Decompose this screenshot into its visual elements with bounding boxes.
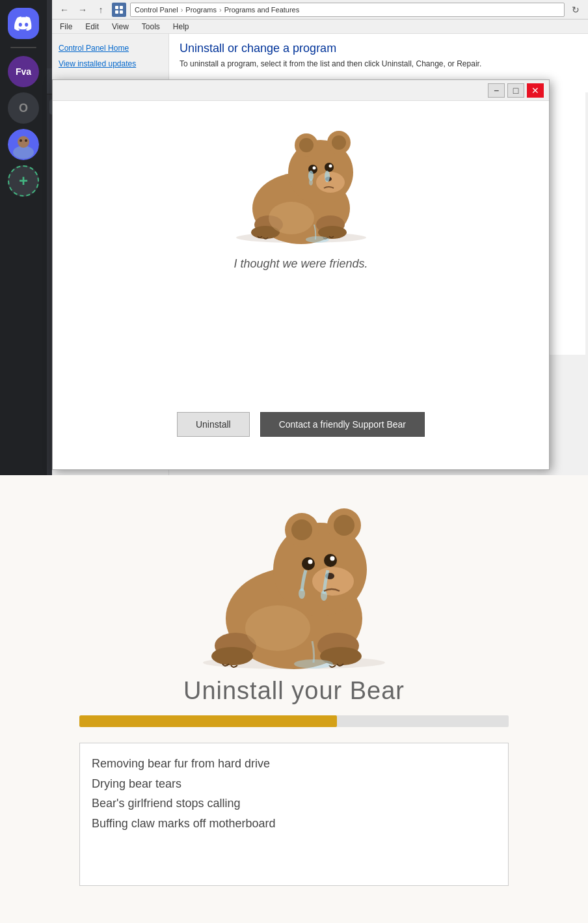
address-bar[interactable]: Control Panel › Programs › Programs and … <box>130 3 565 17</box>
cp-description: To uninstall a program, select it from t… <box>180 59 578 68</box>
svg-point-37 <box>334 515 354 536</box>
svg-rect-8 <box>120 10 123 14</box>
svg-point-3 <box>20 139 22 142</box>
up-button[interactable]: ↑ <box>94 3 108 17</box>
progress-bar-container <box>79 715 509 727</box>
refresh-button[interactable]: ↻ <box>568 3 583 17</box>
svg-point-35 <box>291 519 312 540</box>
svg-point-47 <box>211 647 253 665</box>
svg-point-38 <box>312 567 354 596</box>
uninstall-button[interactable]: Uninstall <box>177 412 250 437</box>
support-bear-button[interactable]: Contact a friendly Support Bear <box>260 412 425 437</box>
back-button[interactable]: ← <box>57 3 72 17</box>
svg-point-19 <box>312 167 315 170</box>
cp-title: Uninstall or change a program <box>180 42 578 55</box>
svg-point-50 <box>245 605 310 651</box>
sidebar-server-fva[interactable]: Fva <box>8 56 39 87</box>
cp-updates-link[interactable]: View installed updates <box>57 57 163 70</box>
svg-point-29 <box>269 202 314 234</box>
discord-home-icon[interactable] <box>8 8 39 39</box>
modal-message: I thought we were friends. <box>234 257 368 271</box>
modal-maximize-button[interactable]: □ <box>507 83 524 98</box>
breadcrumb-cp: Control Panel <box>135 6 178 14</box>
modal-bear-image <box>210 114 392 244</box>
menu-edit[interactable]: Edit <box>83 21 101 33</box>
forward-button[interactable]: → <box>75 3 90 17</box>
svg-point-16 <box>316 172 345 193</box>
uninstall-title: Uninstall your Bear <box>183 677 405 705</box>
menu-bar: File Edit View Tools Help <box>52 20 588 34</box>
log-line-0: Removing bear fur from hard drive <box>92 754 496 774</box>
uninstall-page: Uninstall your Bear Removing bear fur fr… <box>0 475 588 923</box>
cp-icon <box>112 3 126 17</box>
svg-point-13 <box>299 138 314 152</box>
windows-titlebar: ← → ↑ Control Panel › Programs › Program… <box>52 0 588 20</box>
modal-body: I thought we were friends. Uninstall Con… <box>53 101 549 469</box>
log-line-3: Buffing claw marks off motherboard <box>92 814 496 834</box>
uninstall-log: Removing bear fur from hard drive Drying… <box>79 743 509 886</box>
svg-point-42 <box>330 557 335 561</box>
menu-view[interactable]: View <box>109 21 131 33</box>
cp-home-link[interactable]: Control Panel Home <box>57 42 163 55</box>
svg-point-15 <box>332 135 346 150</box>
svg-point-41 <box>308 560 313 564</box>
menu-tools[interactable]: Tools <box>139 21 163 33</box>
menu-help[interactable]: Help <box>170 21 192 33</box>
svg-point-18 <box>325 163 334 172</box>
modal-titlebar: − □ ✕ <box>53 80 549 101</box>
svg-point-4 <box>25 139 27 142</box>
breadcrumb-programs: Programs <box>185 6 217 14</box>
svg-rect-6 <box>120 6 123 9</box>
sidebar-avatar[interactable] <box>8 129 39 160</box>
svg-point-39 <box>302 557 315 570</box>
sidebar-server-o[interactable]: O <box>8 92 39 124</box>
svg-point-30 <box>306 236 329 243</box>
modal-minimize-button[interactable]: − <box>488 83 505 98</box>
svg-point-44 <box>299 588 305 599</box>
progress-bar-fill <box>79 715 337 727</box>
svg-point-24 <box>309 179 313 186</box>
svg-point-40 <box>324 554 337 567</box>
svg-rect-5 <box>115 6 118 9</box>
large-bear-image <box>164 488 424 670</box>
uninstall-modal: − □ ✕ <box>52 79 550 470</box>
svg-point-20 <box>328 165 332 168</box>
svg-point-2 <box>18 136 29 148</box>
modal-buttons: Uninstall Contact a friendly Support Bea… <box>177 412 425 437</box>
svg-point-23 <box>325 171 330 182</box>
menu-file[interactable]: File <box>57 21 75 33</box>
breadcrumb-paf: Programs and Features <box>224 6 300 14</box>
modal-close-button[interactable]: ✕ <box>527 83 544 98</box>
svg-rect-7 <box>115 10 118 14</box>
log-line-2: Bear's girlfriend stops calling <box>92 793 496 814</box>
svg-point-45 <box>321 590 327 601</box>
log-line-1: Drying bear tears <box>92 774 496 794</box>
add-server-button[interactable]: + <box>8 165 39 197</box>
